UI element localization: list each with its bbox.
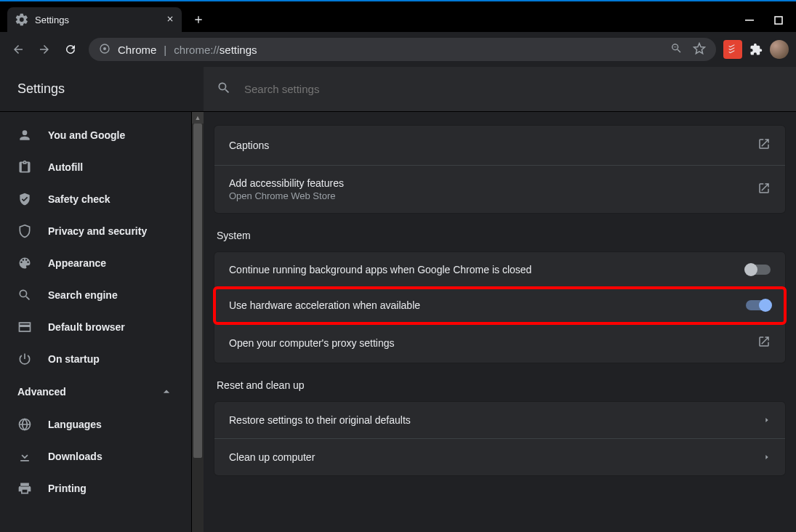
svg-point-3 bbox=[103, 47, 106, 50]
close-tab-icon[interactable] bbox=[166, 15, 174, 25]
reset-section-title: Reset and clean up bbox=[214, 374, 786, 401]
settings-content: Captions Add accessibility features Open… bbox=[204, 112, 796, 532]
sidebar-item-on-startup[interactable]: On startup bbox=[0, 343, 191, 375]
sidebar-item-search-engine[interactable]: Search engine bbox=[0, 279, 191, 311]
add-accessibility-row[interactable]: Add accessibility features Open Chrome W… bbox=[214, 166, 785, 213]
todoist-extension-icon[interactable] bbox=[723, 40, 742, 59]
chevron-up-icon bbox=[159, 384, 174, 399]
accessibility-section: Captions Add accessibility features Open… bbox=[214, 125, 786, 214]
power-icon bbox=[17, 352, 32, 366]
sidebar-advanced-toggle[interactable]: Advanced bbox=[0, 375, 191, 408]
background-apps-row[interactable]: Continue running background apps when Go… bbox=[214, 252, 785, 288]
chevron-right-icon bbox=[763, 414, 771, 427]
sidebar-item-you-and-google[interactable]: You and Google bbox=[0, 119, 191, 151]
sidebar-item-label: Privacy and security bbox=[48, 225, 147, 237]
toolbar: Chrome | chrome://settings bbox=[0, 32, 796, 67]
add-accessibility-sub: Open Chrome Web Store bbox=[229, 190, 344, 201]
hardware-acceleration-row[interactable]: Use hardware acceleration when available bbox=[214, 288, 785, 323]
sidebar-item-printing[interactable]: Printing bbox=[0, 472, 191, 504]
sidebar-item-label: Safety check bbox=[48, 193, 110, 205]
url-divider: | bbox=[164, 44, 166, 56]
system-section: Continue running background apps when Go… bbox=[214, 251, 786, 363]
proxy-settings-row[interactable]: Open your computer's proxy settings bbox=[214, 323, 785, 363]
sidebar-item-default-browser[interactable]: Default browser bbox=[0, 311, 191, 343]
sidebar-item-downloads[interactable]: Downloads bbox=[0, 440, 191, 472]
sidebar-item-label: Downloads bbox=[48, 451, 102, 462]
gear-icon bbox=[15, 12, 29, 27]
external-link-icon bbox=[757, 335, 771, 351]
search-icon bbox=[17, 288, 32, 302]
forward-button[interactable] bbox=[33, 39, 55, 60]
tab-title: Settings bbox=[35, 15, 69, 25]
cleanup-computer-label: Clean up computer bbox=[229, 451, 315, 463]
add-accessibility-label: Add accessibility features bbox=[229, 177, 344, 189]
sidebar-item-privacy[interactable]: Privacy and security bbox=[0, 215, 191, 247]
svg-rect-4 bbox=[674, 47, 677, 47]
extensions-icon[interactable] bbox=[747, 40, 765, 59]
sidebar-item-safety-check[interactable]: Safety check bbox=[0, 183, 191, 215]
globe-icon bbox=[17, 417, 32, 432]
window-controls bbox=[745, 15, 796, 32]
address-bar[interactable]: Chrome | chrome://settings bbox=[89, 38, 716, 61]
settings-search[interactable] bbox=[204, 67, 796, 112]
svg-rect-0 bbox=[745, 20, 754, 21]
sidebar-scrollbar[interactable]: ▲ bbox=[192, 112, 204, 532]
minimize-button[interactable] bbox=[745, 15, 754, 28]
search-icon bbox=[217, 81, 231, 98]
palette-icon bbox=[17, 256, 32, 270]
site-info-icon[interactable] bbox=[99, 43, 110, 57]
sidebar-item-label: Autofill bbox=[48, 161, 83, 173]
sidebar-item-label: Languages bbox=[48, 419, 102, 430]
shield-check-icon bbox=[17, 192, 32, 206]
restore-defaults-label: Restore settings to their original defau… bbox=[229, 414, 411, 426]
sidebar-item-appearance[interactable]: Appearance bbox=[0, 247, 191, 279]
person-icon bbox=[17, 128, 32, 142]
titlebar: Settings bbox=[0, 0, 796, 32]
sidebar-item-label: You and Google bbox=[48, 129, 125, 141]
restore-defaults-row[interactable]: Restore settings to their original defau… bbox=[214, 402, 785, 439]
captions-label: Captions bbox=[229, 140, 269, 151]
browser-tab[interactable]: Settings bbox=[7, 7, 182, 32]
hardware-acceleration-label: Use hardware acceleration when available bbox=[229, 299, 420, 311]
sidebar-item-label: Printing bbox=[48, 483, 87, 494]
sidebar-item-languages[interactable]: Languages bbox=[0, 408, 191, 440]
system-section-title: System bbox=[214, 224, 786, 251]
download-icon bbox=[17, 449, 32, 464]
external-link-icon bbox=[757, 182, 771, 198]
reset-section: Restore settings to their original defau… bbox=[214, 401, 786, 476]
background-apps-toggle[interactable] bbox=[746, 265, 771, 275]
printer-icon bbox=[17, 481, 32, 496]
proxy-settings-label: Open your computer's proxy settings bbox=[229, 337, 395, 349]
browser-icon bbox=[17, 320, 32, 334]
svg-rect-1 bbox=[775, 17, 782, 24]
hardware-acceleration-toggle[interactable] bbox=[746, 300, 771, 310]
sidebar-item-label: On startup bbox=[48, 353, 100, 365]
reload-button[interactable] bbox=[60, 39, 81, 60]
maximize-button[interactable] bbox=[774, 15, 783, 28]
page-title: Settings bbox=[0, 67, 204, 112]
settings-sidebar: You and Google Autofill Safety check Pri… bbox=[0, 112, 192, 532]
new-tab-button[interactable] bbox=[188, 9, 209, 31]
zoom-icon[interactable] bbox=[670, 42, 683, 57]
scrollbar-thumb[interactable] bbox=[193, 124, 202, 458]
shield-icon bbox=[17, 224, 32, 238]
sidebar-item-autofill[interactable]: Autofill bbox=[0, 151, 191, 183]
chevron-right-icon bbox=[763, 451, 771, 464]
bookmark-icon[interactable] bbox=[693, 42, 706, 57]
external-link-icon bbox=[757, 137, 771, 153]
advanced-label: Advanced bbox=[17, 386, 66, 398]
profile-avatar[interactable] bbox=[770, 40, 789, 59]
back-button[interactable] bbox=[7, 39, 29, 60]
background-apps-label: Continue running background apps when Go… bbox=[229, 264, 531, 275]
url-origin: Chrome bbox=[118, 44, 156, 56]
sidebar-item-label: Default browser bbox=[48, 321, 125, 333]
sidebar-item-label: Search engine bbox=[48, 289, 118, 301]
url-path: chrome://settings bbox=[174, 44, 257, 56]
clipboard-icon bbox=[17, 160, 32, 174]
search-input[interactable] bbox=[243, 82, 783, 96]
sidebar-item-label: Appearance bbox=[48, 257, 106, 269]
scroll-up-arrow[interactable]: ▲ bbox=[192, 112, 204, 124]
captions-row[interactable]: Captions bbox=[214, 126, 785, 166]
cleanup-computer-row[interactable]: Clean up computer bbox=[214, 439, 785, 475]
